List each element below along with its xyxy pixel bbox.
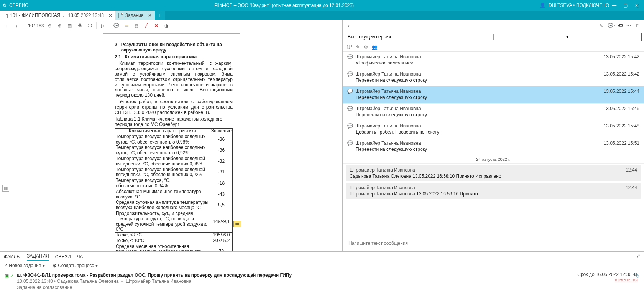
tab-tasks-bottom[interactable]: ЗАДАНИЯ: [27, 253, 49, 261]
zoom-in-button[interactable]: ⊕: [56, 21, 64, 30]
users-filter-button[interactable]: 👥: [372, 45, 378, 50]
user-icon: 👤: [540, 3, 545, 8]
comment-body: Перенести на следующую строку: [356, 78, 639, 83]
comment-item[interactable]: 💬Штромайер Татьяна Ивановна13.05.2022 15…: [343, 121, 644, 138]
draw-line-button[interactable]: ╱: [142, 21, 151, 30]
comment-icon: 💬: [347, 106, 353, 111]
sort-button[interactable]: ⇅°: [347, 45, 352, 50]
page-indicator: / 183: [22, 23, 44, 28]
tab-doc[interactable]: 101 - ФИЛИППОВСКАЯ... 13.05.2022 13:48 ✕: [0, 11, 115, 20]
maximize-button[interactable]: ▢: [621, 3, 631, 8]
task-title: ш. ФЗОФ1-ВЛ1 проверка тома - Разработан …: [17, 273, 631, 278]
comment-body: Перенести на следующую строку: [356, 112, 639, 117]
tab-links[interactable]: СВЯЗИ: [55, 254, 71, 261]
comment-time: 13.05.2022 15:48: [604, 123, 639, 129]
version-label: Все текущей версии: [345, 34, 493, 40]
document-icon: [3, 13, 8, 18]
date-separator: 24 августа 2022 г.: [343, 155, 644, 164]
comments-toolbar: › ✎ 💬1 🏷13/13 ⚐: [343, 20, 644, 31]
comment-time: 13.05.2022 15:51: [604, 140, 639, 146]
comment-item[interactable]: 💬Штромайер Татьяна Ивановна13.05.2022 15…: [343, 69, 644, 86]
user-label: DULTSEVA • ПОДКЛЮЧЕНО: [549, 3, 609, 8]
comment-icon: 💬: [347, 89, 353, 94]
tab-tasks[interactable]: Задания ✕: [115, 11, 155, 20]
comment-time: 13.05.2022 15:44: [604, 89, 639, 94]
th: Климатическая характеристика: [115, 128, 210, 134]
comment-author: Штромайер Татьяна Ивановна: [355, 123, 421, 129]
message-input-wrap: [346, 239, 641, 248]
new-task-button[interactable]: ✓ Новое задание ▾: [4, 263, 45, 268]
edit-filter-button[interactable]: ✎: [356, 45, 360, 50]
filter-bar: ⇅° ✎ ⚙ 👥: [343, 43, 644, 52]
comment-body: Добавить пробел. Проверить по тексту: [356, 129, 639, 135]
nav-up-button[interactable]: ↑: [2, 21, 11, 30]
badge-indicator[interactable]: 🏷13/13: [618, 23, 631, 28]
bookmark-button[interactable]: ⚐: [633, 21, 642, 30]
comment-body: Перенести на следующую строку: [356, 95, 639, 100]
stamp-badge[interactable]: ШТ: [233, 221, 241, 227]
comment-item[interactable]: 💬Штромайер Татьяна Ивановна13.05.2022 15…: [343, 104, 644, 121]
sec-title: Результаты оценки воздействия объекта на…: [121, 42, 233, 53]
tab-doc-date: 13.05.2022 13:48: [68, 13, 104, 18]
menu-service[interactable]: СЕРВИС: [9, 3, 28, 8]
tasks-icon: [118, 13, 123, 18]
task-status: Задание на согласование: [17, 285, 631, 290]
collapse-panel-button[interactable]: ›: [345, 23, 353, 28]
comment-item[interactable]: 💬Штромайер Татьяна Ивановна13.05.2022 15…: [343, 86, 644, 104]
comments-list[interactable]: 💬Штромайер Татьяна Ивановна13.05.2022 15…: [343, 52, 644, 236]
user-block[interactable]: 👤 DULTSEVA • ПОДКЛЮЧЕНО: [540, 3, 609, 8]
task-row[interactable]: ▣ ✓ ш. ФЗОФ1-ВЛ1 проверка тома - Разрабо…: [0, 270, 644, 294]
task-changes-link[interactable]: изменения: [577, 277, 638, 282]
bottom-tabs: ФАЙЛЫ ЗАДАНИЯ СВЯЗИ ЧАТ ⤢: [0, 252, 644, 261]
thread-item[interactable]: Штромайер Татьяна Ивановна12:44Садыкова …: [346, 165, 641, 181]
tab-tasks-close-icon[interactable]: ✕: [148, 13, 152, 18]
fit-page-button[interactable]: ▦: [66, 21, 74, 30]
message-input[interactable]: [346, 239, 641, 248]
document-viewport[interactable]: ▥ 2Результаты оценки воздействия объекта…: [0, 31, 342, 251]
zoom-out-button[interactable]: ⊖: [46, 21, 54, 30]
comment-button[interactable]: 💬: [112, 21, 121, 30]
tabbar: 101 - ФИЛИППОВСКАЯ... 13.05.2022 13:48 ✕…: [0, 11, 644, 20]
version-select[interactable]: Все текущей версии ▾: [345, 33, 642, 41]
thread-item[interactable]: Штромайер Татьяна Ивановна12:44Штромайер…: [346, 183, 641, 199]
page-total: / 183: [34, 23, 44, 28]
badge-icon: 🏷: [618, 23, 623, 28]
comment-item[interactable]: 💬Штромайер Татьяна Ивановна13.05.2022 15…: [343, 138, 644, 155]
titlebar: ⛭ СЕРВИС Pilot-ICE – ООО "Квадрит" (опыт…: [0, 0, 644, 11]
tab-add-button[interactable]: +: [155, 11, 165, 20]
print-button[interactable]: 🖶: [76, 21, 84, 30]
draw-cross-button[interactable]: ✖: [152, 21, 161, 30]
comment-item[interactable]: 💬Штромайер Татьяна Ивановна13.05.2022 15…: [343, 52, 644, 69]
tab-files[interactable]: ФАЙЛЫ: [4, 254, 21, 261]
highlight-button[interactable]: ▨: [132, 21, 141, 30]
thread-body: Штромайер Татьяна Ивановна 13.05.2022 16…: [350, 191, 637, 197]
sec-num: 2: [115, 42, 117, 53]
present-button[interactable]: 🖵: [85, 21, 94, 30]
thread-body: Садыкова Татьяна Олеговна 13.05.2022 16:…: [350, 173, 637, 179]
note-button[interactable]: ▭: [122, 21, 131, 30]
tab-chat[interactable]: ЧАТ: [77, 254, 85, 261]
link-filter-button[interactable]: ⚙: [364, 45, 368, 50]
pointer-button[interactable]: ▷: [99, 21, 107, 30]
sec-title: Климатическая характеристика: [125, 55, 197, 60]
minimize-button[interactable]: —: [609, 3, 619, 8]
chat-indicator[interactable]: 💬1: [608, 23, 616, 28]
page-input[interactable]: [22, 23, 33, 28]
create-process-button[interactable]: ⚙ Создать процесс ▾: [53, 263, 98, 268]
task-deadline: Срок до 16.05.2022 12:30:41: [577, 272, 638, 277]
expand-panel-button[interactable]: ⤢: [636, 253, 640, 259]
task-main: ш. ФЗОФ1-ВЛ1 проверка тома - Разработан …: [17, 273, 631, 290]
chevron-down-icon[interactable]: ▾: [493, 34, 642, 40]
nav-down-button[interactable]: ↓: [12, 21, 21, 30]
tab-doc-label: 101 - ФИЛИППОВСКАЯ...: [10, 13, 64, 18]
document-page: 2Результаты оценки воздействия объекта н…: [103, 33, 240, 235]
edit-comment-button[interactable]: ✎: [597, 21, 605, 30]
right-pane: › ✎ 💬1 🏷13/13 ⚐ Все текущей версии ▾ ⇅° …: [343, 20, 644, 251]
content: ↑ ↓ / 183 ⊖ ⊕ ▦ 🖶 🖵 ▷ 💬 ▭ ▨ ╱ ✖ ◑ ▯: [0, 20, 644, 251]
thread-author: Штромайер Татьяна Ивановна: [350, 185, 415, 190]
divider: [96, 22, 97, 29]
tab-tasks-label: Задания: [125, 13, 143, 18]
thumbnails-button[interactable]: ▥: [2, 185, 9, 192]
view-button[interactable]: ◑: [162, 21, 171, 30]
tab-doc-close-icon[interactable]: ✕: [108, 13, 112, 18]
